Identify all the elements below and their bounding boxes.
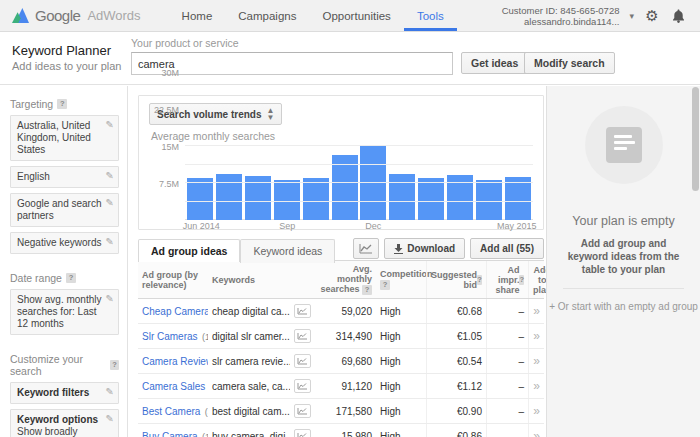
- y-tick-label: 30M: [161, 68, 179, 78]
- bell-icon[interactable]: [670, 8, 686, 24]
- column-header-label: Suggested bid: [431, 270, 477, 290]
- sub-header: Keyword Planner Add ideas to your plan Y…: [0, 33, 700, 85]
- get-ideas-button[interactable]: Get ideas: [461, 52, 528, 74]
- help-icon[interactable]: ?: [380, 280, 390, 290]
- table-row: Buy Camera (16)buy camera, digi...15,980…: [138, 424, 544, 437]
- chart-title: Average monthly searches: [151, 130, 533, 142]
- targeting-setting-3[interactable]: Negative keywords✎: [10, 232, 119, 254]
- help-icon[interactable]: ?: [362, 285, 372, 295]
- trend-cell: [290, 327, 314, 345]
- add-to-plan-button[interactable]: »: [533, 354, 540, 368]
- tab-keyword-ideas[interactable]: Keyword ideas: [240, 239, 335, 263]
- scrollbar-thumb[interactable]: [692, 87, 699, 191]
- column-header-label: Ad impr. share: [491, 265, 519, 295]
- edit-pencil-icon[interactable]: ✎: [106, 119, 114, 131]
- top-bar: Google AdWords HomeCampaignsOpportunitie…: [0, 0, 700, 32]
- targeting-setting-label: Australia, United Kingdom, United States: [17, 120, 91, 155]
- column-header-label: Ad group (by relevance): [142, 270, 198, 290]
- help-icon[interactable]: ?: [57, 99, 67, 109]
- ad-group-link[interactable]: Cheap Camera: [142, 306, 208, 317]
- targeting-setting-2[interactable]: Google and search partners✎: [10, 193, 119, 227]
- targeting-setting-0[interactable]: Australia, United Kingdom, United States…: [10, 115, 119, 161]
- trend-chart-icon[interactable]: [294, 329, 311, 343]
- product-service-input[interactable]: [131, 52, 453, 75]
- page-title: Keyword Planner: [12, 43, 111, 58]
- ad-group-link[interactable]: Slr Cameras: [142, 331, 198, 342]
- edit-pencil-icon[interactable]: ✎: [106, 170, 114, 182]
- chart-view-button[interactable]: [353, 238, 379, 259]
- targeting-setting-1[interactable]: English✎: [10, 166, 119, 188]
- keyword-options-setting[interactable]: Keyword options ✎ Show broadly related i…: [10, 409, 119, 437]
- ad-group-link[interactable]: Camera Sales: [142, 381, 205, 392]
- gridline-15M: 15M: [185, 182, 533, 183]
- avg-searches-cell: 59,020: [314, 304, 376, 319]
- trend-chart-icon[interactable]: [294, 354, 311, 368]
- account-caret-icon[interactable]: ▾: [629, 11, 634, 21]
- bar-may-2015[interactable]: [505, 177, 531, 220]
- trend-chart-icon[interactable]: [294, 379, 311, 393]
- bar-oct-2014[interactable]: [303, 178, 329, 220]
- trend-chart-icon[interactable]: [294, 304, 311, 318]
- bar-jun-2014[interactable]: [187, 178, 213, 220]
- account-info[interactable]: Customer ID: 845-665-0728 alessandro.bin…: [502, 5, 620, 27]
- nav-item-opportunities[interactable]: Opportunities: [309, 0, 403, 31]
- edit-pencil-icon[interactable]: ✎: [106, 293, 114, 305]
- ad-impr-share-cell: –: [486, 424, 528, 437]
- column-header-competition: Competition ?: [376, 266, 426, 293]
- ad-group-link[interactable]: Camera Review...: [142, 356, 208, 367]
- ad-group-link[interactable]: Buy Camera: [142, 431, 198, 437]
- ad-group-link[interactable]: Best Camera: [142, 406, 200, 417]
- customize-search-heading: Customize your search?: [10, 353, 119, 377]
- help-icon[interactable]: ?: [66, 273, 76, 283]
- bar-jul-2014[interactable]: [216, 174, 242, 220]
- gear-icon[interactable]: ⚙: [644, 8, 660, 24]
- keywords-cell: camera sale, ca...: [208, 379, 290, 394]
- page-subtitle: Add ideas to your plan: [12, 60, 121, 72]
- add-to-plan-button[interactable]: »: [533, 429, 540, 437]
- add-to-plan-button[interactable]: »: [533, 304, 540, 318]
- logo-adwords-text: AdWords: [87, 8, 140, 23]
- help-icon[interactable]: ?: [110, 360, 119, 370]
- download-button[interactable]: Download: [384, 238, 465, 259]
- date-range-heading: Date range?: [10, 272, 119, 284]
- modify-search-button[interactable]: Modify search: [524, 52, 615, 74]
- competition-cell: High: [376, 429, 426, 437]
- bar-feb-2015[interactable]: [418, 178, 444, 220]
- ad-impr-share-cell: –: [486, 349, 528, 373]
- nav-item-tools[interactable]: Tools: [404, 0, 457, 31]
- edit-pencil-icon[interactable]: ✎: [106, 413, 114, 425]
- help-icon[interactable]: ?: [477, 275, 482, 285]
- add-to-plan-button[interactable]: »: [533, 379, 540, 393]
- trend-chart-icon[interactable]: [294, 429, 311, 437]
- edit-pencil-icon[interactable]: ✎: [106, 386, 114, 398]
- keywords-cell: best digital cam...: [208, 404, 290, 419]
- add-to-plan-button[interactable]: »: [533, 404, 540, 418]
- trend-chart-icon[interactable]: [294, 404, 311, 418]
- targeting-heading: Targeting?: [10, 98, 119, 110]
- date-range-setting[interactable]: Show avg. monthly searches for: Last 12 …: [10, 289, 119, 335]
- column-header-avg-monthly-searches: Avg. monthly searches ?: [314, 261, 376, 298]
- logo-google-text: Google: [35, 7, 80, 24]
- add-to-plan-cell: »: [528, 399, 544, 423]
- tab-ad-group-ideas[interactable]: Ad group ideas: [138, 239, 240, 262]
- trend-cell: [290, 377, 314, 395]
- x-tick-label: Jun 2014: [183, 221, 220, 231]
- start-empty-ad-group-link[interactable]: + Or start with an empty ad group: [547, 301, 700, 312]
- ad-group-count: (10): [200, 332, 208, 342]
- nav-item-campaigns[interactable]: Campaigns: [225, 0, 309, 31]
- bar-jan-2015[interactable]: [389, 174, 415, 220]
- add-to-plan-button[interactable]: »: [533, 329, 540, 343]
- avg-searches-cell: 69,680: [314, 354, 376, 369]
- suggested-bid-cell: €0.90: [426, 399, 486, 423]
- targeting-setting-label: Google and search partners: [17, 198, 102, 221]
- add-all-button[interactable]: Add all (55): [470, 238, 544, 259]
- help-icon[interactable]: ?: [519, 275, 524, 285]
- top-right-controls: Customer ID: 845-665-0728 alessandro.bin…: [502, 0, 700, 31]
- keyword-filters-setting[interactable]: Keyword filters ✎: [10, 382, 119, 404]
- edit-pencil-icon[interactable]: ✎: [106, 236, 114, 248]
- nav-item-home[interactable]: Home: [169, 0, 226, 31]
- x-tick-label: Sep: [279, 221, 295, 231]
- edit-pencil-icon[interactable]: ✎: [106, 197, 114, 209]
- table-header-row: Ad group (by relevance)KeywordsAvg. mont…: [138, 261, 544, 299]
- results-tabs: Ad group ideasKeyword ideas: [138, 240, 335, 257]
